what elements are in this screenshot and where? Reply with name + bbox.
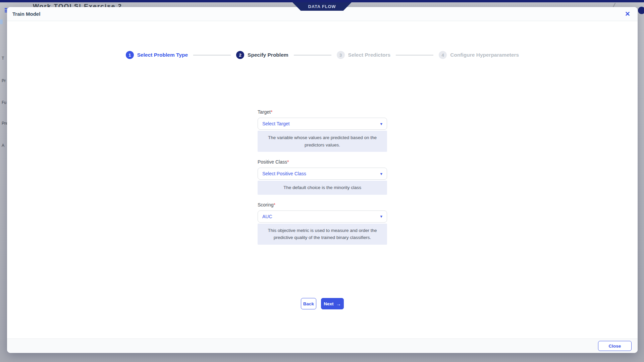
target-field-group: Target* Select Target ▾ The variable who… (258, 109, 387, 152)
sidebar-fragment: Fu (2, 100, 6, 105)
close-button[interactable]: Close (598, 341, 632, 351)
background-sidebar-fragments: T Pr Fu Prev A (0, 0, 7, 362)
step-number: 1 (126, 51, 134, 59)
step-label: Specify Problem (248, 52, 288, 58)
step-number: 3 (337, 51, 345, 59)
train-model-dialog: Train Model ✕ 1 Select Problem Type 2 Sp… (7, 7, 638, 353)
step-label: Select Predictors (348, 52, 391, 58)
sidebar-fragment: A (2, 143, 4, 148)
chevron-down-icon: ▾ (380, 172, 382, 176)
scoring-field-group: Scoring* AUC ▾ This objective metric is … (258, 202, 387, 245)
required-asterisk: * (273, 202, 275, 207)
positive-class-helper-text: The default choice is the minority class (258, 181, 387, 195)
specify-problem-form: Target* Select Target ▾ The variable who… (258, 109, 387, 252)
tab-data-flow-label: DATA FLOW (308, 4, 336, 9)
app-top-bar (0, 0, 644, 2)
required-asterisk: * (287, 159, 289, 165)
close-icon[interactable]: ✕ (625, 11, 630, 17)
positive-class-select-value: Select Positive Class (262, 171, 306, 176)
chevron-down-icon: ▾ (380, 214, 382, 219)
sidebar-fragment: Prev (2, 121, 7, 126)
scoring-label: Scoring* (258, 202, 387, 207)
target-select-value: Select Target (262, 121, 289, 126)
step-select-predictors[interactable]: 3 Select Predictors (337, 51, 391, 59)
wizard-actions: Back Next → (7, 298, 638, 309)
step-connector (294, 55, 331, 55)
dialog-body: 1 Select Problem Type 2 Specify Problem … (7, 21, 638, 339)
target-helper-text: The variable whose values are predicted … (258, 131, 387, 152)
chevron-down-icon: ▾ (380, 122, 382, 126)
wizard-stepper: 1 Select Problem Type 2 Specify Problem … (7, 51, 638, 59)
scoring-select-value: AUC (262, 214, 272, 219)
positive-class-label: Positive Class* (258, 159, 387, 165)
positive-class-select[interactable]: Select Positive Class ▾ (258, 168, 387, 180)
background-circle-fragment (638, 7, 644, 14)
scoring-select[interactable]: AUC ▾ (258, 210, 387, 223)
step-number: 4 (439, 51, 447, 59)
dialog-title: Train Model (12, 11, 40, 17)
step-specify-problem[interactable]: 2 Specify Problem (236, 51, 288, 59)
step-configure-hyperparameters[interactable]: 4 Configure Hyperparameters (439, 51, 519, 59)
tab-data-flow[interactable]: DATA FLOW (292, 2, 352, 11)
sidebar-fragment: T (2, 56, 4, 61)
step-number: 2 (236, 51, 244, 59)
step-label: Select Problem Type (137, 52, 188, 58)
scoring-helper-text: This objective metric is used to measure… (258, 224, 387, 245)
back-button[interactable]: Back (301, 298, 316, 309)
target-label: Target* (258, 109, 387, 115)
next-button[interactable]: Next → (321, 298, 344, 309)
sidebar-fragment: Pr (2, 78, 6, 83)
arrow-right-icon: → (336, 301, 341, 307)
target-select[interactable]: Select Target ▾ (258, 118, 387, 130)
step-select-problem-type[interactable]: 1 Select Problem Type (126, 51, 188, 59)
positive-class-field-group: Positive Class* Select Positive Class ▾ … (258, 159, 387, 195)
background-header-partial-text: Work TOOLS| Exercise 2 (33, 3, 288, 7)
dialog-footer: Close (7, 339, 638, 353)
step-connector (396, 55, 433, 55)
step-connector (193, 55, 231, 55)
required-asterisk: * (271, 109, 272, 115)
step-label: Configure Hyperparameters (450, 52, 519, 58)
